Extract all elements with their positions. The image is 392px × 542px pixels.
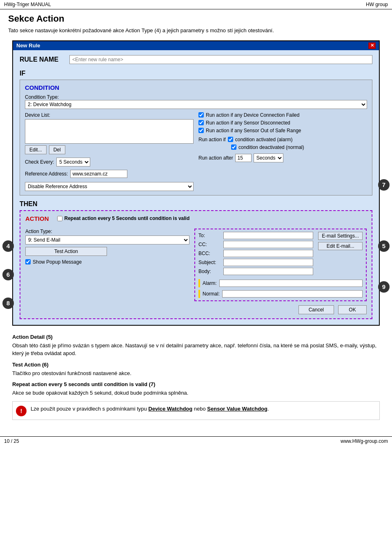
cond-activated-checkbox[interactable] (228, 137, 233, 142)
condition-body: Device List: Edit... Del Check Every: 5 … (25, 112, 367, 191)
show-popup-row: Show Popup Message (25, 259, 189, 265)
if-label: IF (20, 70, 372, 77)
checkbox-sensor-out-of-range-input[interactable] (198, 128, 204, 133)
desc-text-3: Akce se bude opakovat každých 5 sekund, … (12, 389, 380, 397)
badge-6: 6 (2, 269, 14, 280)
condition-type-label: Condition Type: (25, 94, 367, 100)
badge-5: 5 (378, 240, 390, 252)
checkbox-connection-failed-input[interactable] (198, 112, 204, 118)
normal-input[interactable] (222, 290, 363, 298)
dialog-body: RULE NAME IF CONDITION Condition Type: 2… (13, 50, 379, 325)
body-field-row: Body: (198, 268, 313, 275)
body-input[interactable] (223, 268, 313, 275)
dialog-title: New Rule (16, 42, 40, 49)
normal-bar (198, 290, 200, 298)
condition-left: Device List: Edit... Del Check Every: 5 … (25, 112, 194, 191)
action-title: ACTION (25, 215, 49, 222)
ref-address-row: Reference Address: (25, 170, 194, 178)
action-body: Action Type: 9: Send E-Mail Test Action … (25, 229, 367, 301)
descriptions-section: Action Detail (5) Obsah této části je př… (12, 334, 380, 397)
warning-icon: ! (16, 406, 27, 416)
run-action-if-row: Run action if condition activated (alarm… (198, 137, 367, 142)
device-btn-row: Edit... Del (25, 145, 194, 154)
email-fields-section: To: CC: BCC: (198, 232, 363, 277)
warning-box: ! Lze použít pouze v pravidlech s podmín… (12, 401, 380, 420)
ref-address-label: Reference Address: (25, 171, 68, 177)
condition-type-select[interactable]: 2: Device Watchdog (25, 100, 367, 109)
checkbox-connection-failed: Run action if any Device Connection Fail… (198, 112, 367, 118)
page-footer: 10 / 25 www.HWg-group.com (0, 436, 392, 446)
alarm-input[interactable] (219, 280, 363, 287)
disable-ref-select[interactable]: Disable Reference Address (25, 182, 194, 191)
footer-url: www.HWg-group.com (341, 438, 388, 444)
dialog-close-button[interactable]: ✕ (368, 42, 376, 49)
intro-text: Tato sekce nastavuje konkrétní požadovan… (8, 27, 384, 35)
then-label: THEN (20, 200, 372, 208)
desc-title-1: Action Detail (5) (12, 334, 380, 340)
ok-button[interactable]: OK (338, 305, 367, 314)
to-label: To: (198, 233, 221, 238)
ref-address-input[interactable] (70, 170, 127, 178)
desc-title-3: Repeat action every 5 seconds until cond… (12, 381, 380, 387)
subject-label: Subject: (198, 260, 221, 265)
show-popup-checkbox[interactable] (25, 259, 31, 264)
desc-title-2: Test Action (6) (12, 362, 380, 368)
run-action-if-row2: condition deactivated (normal) (198, 144, 367, 150)
section-title: Sekce Action (8, 13, 384, 24)
bcc-input[interactable] (223, 250, 313, 257)
edit-email-button[interactable]: Edit E-mail... (318, 242, 363, 250)
rule-name-input[interactable] (69, 55, 372, 64)
cc-field-row: CC: (198, 241, 313, 248)
action-panel: ACTION Repeat action every 5 Seconds unt… (20, 210, 372, 319)
desc-text-2: Tlačítko pro otestování funkčnosti nasta… (12, 369, 380, 378)
repeat-checkbox[interactable] (57, 216, 62, 221)
edit-button[interactable]: Edit... (25, 145, 47, 154)
cc-label: CC: (198, 242, 221, 247)
dialog-footer: Cancel OK (25, 305, 367, 314)
repeat-row: Repeat action every 5 Seconds until cond… (57, 215, 190, 221)
alarm-row: Alarm: (198, 279, 363, 287)
footer-page: 10 / 25 (4, 438, 19, 444)
email-fields-col: To: CC: BCC: (198, 232, 313, 277)
rule-name-row: RULE NAME (20, 55, 372, 64)
email-settings-button[interactable]: E-mail Settings... (318, 232, 363, 240)
badge-7: 7 (378, 179, 390, 191)
check-every-row: Check Every: 5 Seconds (25, 158, 194, 167)
page-header: HWg-Triger MANUAL HW group (0, 0, 392, 9)
cancel-button[interactable]: Cancel (298, 305, 334, 314)
check-every-label: Check Every: (25, 159, 54, 165)
action-type-select[interactable]: 9: Send E-Mail (25, 235, 189, 244)
action-type-label: Action Type: (25, 229, 189, 234)
subject-field-row: Subject: (198, 259, 313, 266)
bcc-label: BCC: (198, 251, 221, 256)
condition-right: Run action if any Device Connection Fail… (198, 112, 367, 191)
badge-8: 8 (2, 298, 14, 309)
check-every-select[interactable]: 5 Seconds (56, 158, 90, 167)
seconds-select[interactable]: Seconds (254, 153, 283, 162)
run-action-after-spinbox[interactable] (235, 154, 252, 162)
cond-deactivated-checkbox[interactable] (231, 144, 236, 150)
cc-input[interactable] (223, 241, 313, 248)
test-action-button[interactable]: Test Action (25, 247, 107, 256)
del-button[interactable]: Del (49, 145, 65, 154)
test-action-btn-row: Test Action (25, 247, 189, 256)
desc-text-1: Obsah této části je přímo svázán s typem… (12, 342, 380, 358)
warning-text: Lze použít pouze v pravidlech s podmínka… (31, 405, 269, 413)
email-btn-col: E-mail Settings... Edit E-mail... (318, 232, 363, 277)
dialog-wrapper: 7 4 5 6 8 9 New Rule ✕ (8, 40, 384, 326)
dialog-titlebar: New Rule ✕ (13, 41, 379, 50)
rule-name-label: RULE NAME (20, 56, 65, 63)
checkbox-sensor-out-of-range: Run action if any Sensor Out of Safe Ran… (198, 128, 367, 133)
run-action-after-row: Run action after Seconds (198, 153, 367, 162)
header-left: HWg-Triger MANUAL (4, 2, 51, 7)
checkbox-sensor-disconnected: Run action if any Sensor Disconnected (198, 120, 367, 126)
condition-title: CONDITION (25, 84, 367, 91)
new-rule-dialog: New Rule ✕ RULE NAME IF CONDITION Condi (12, 40, 380, 326)
bcc-field-row: BCC: (198, 250, 313, 257)
to-field-row: To: (198, 232, 313, 239)
subject-input[interactable] (223, 259, 313, 266)
action-right: To: CC: BCC: (194, 229, 367, 301)
to-input[interactable] (223, 232, 313, 239)
badge-4: 4 (2, 240, 14, 252)
checkbox-sensor-disconnected-input[interactable] (198, 120, 204, 125)
